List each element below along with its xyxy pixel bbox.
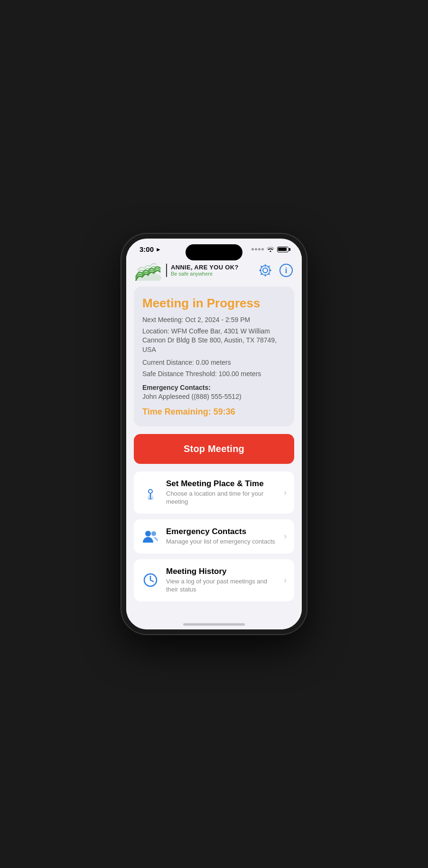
chevron-right-icon-3: › [284,575,287,585]
svg-point-8 [151,531,156,536]
home-indicator [183,623,245,626]
time-display: 3:00 [140,245,154,253]
main-content: Meeting in Progress Next Meeting: Oct 2,… [126,286,302,615]
emergency-contacts-text: Emergency Contacts Manage your list of e… [166,527,277,546]
emergency-contacts-menu-item[interactable]: Emergency Contacts Manage your list of e… [134,519,294,554]
svg-point-5 [149,489,152,493]
status-right [251,245,288,253]
pin-icon [141,484,159,502]
current-distance: Current Distance: 0.00 meters [142,358,286,368]
dynamic-island [186,244,242,260]
meeting-status-card: Meeting in Progress Next Meeting: Oct 2,… [134,286,294,426]
logo-area: ANNIE, ARE YOU OK? Be safe anywhere [134,260,239,281]
svg-point-6 [148,498,153,500]
signal-icon [251,248,264,250]
set-meeting-menu-item[interactable]: Set Meeting Place & Time Choose a locati… [134,471,294,514]
location-info: Location: WFM Coffee Bar, 4301 W William… [142,327,286,355]
location-arrow-icon: ► [156,246,161,253]
app-header: ANNIE, ARE YOU OK? Be safe anywhere [126,256,302,286]
emergency-contact-entry: John Appleseed ((888) 555-5512) [142,392,286,402]
wifi-icon [267,245,274,253]
logo-text: ANNIE, ARE YOU OK? Be safe anywhere [166,264,239,277]
settings-icon[interactable] [257,262,273,278]
set-meeting-subtitle: Choose a location and time for your meet… [166,490,277,506]
stop-meeting-button[interactable]: Stop Meeting [134,434,294,464]
safe-distance-threshold: Safe Distance Threshold: 100.00 meters [142,369,286,379]
status-left: 3:00 ► [140,245,161,253]
emergency-contacts-heading: Emergency Contacts: [142,384,286,391]
emergency-contacts-subtitle: Manage your list of emergency contacts [166,538,277,546]
meeting-history-subtitle: View a log of your past meetings and the… [166,578,277,594]
info-icon[interactable]: i [278,262,294,278]
svg-point-2 [261,266,270,275]
svg-point-1 [263,268,268,273]
chevron-right-icon-2: › [284,531,287,541]
app-logo [134,260,162,281]
clock-icon [141,571,159,589]
svg-point-7 [145,531,151,536]
battery-icon [277,247,288,252]
phone-frame: 3:00 ► [121,234,307,634]
logo-tagline: Be safe anywhere [171,271,239,277]
set-meeting-title: Set Meeting Place & Time [166,479,277,489]
set-meeting-text: Set Meeting Place & Time Choose a locati… [166,479,277,506]
svg-text:i: i [285,267,287,275]
screen: ANNIE, ARE YOU OK? Be safe anywhere [126,256,302,634]
header-icons: i [257,262,294,278]
emergency-contacts-title: Emergency Contacts [166,527,277,536]
chevron-right-icon: › [284,488,287,498]
time-remaining: Time Remaining: 59:36 [142,407,286,417]
logo-app-name: ANNIE, ARE YOU OK? [171,264,239,271]
meeting-history-text: Meeting History View a log of your past … [166,567,277,594]
meeting-status-title: Meeting in Progress [142,296,286,311]
meeting-history-title: Meeting History [166,567,277,576]
next-meeting-info: Next Meeting: Oct 2, 2024 - 2:59 PM [142,315,286,325]
meeting-history-menu-item[interactable]: Meeting History View a log of your past … [134,559,294,601]
people-icon [141,527,159,545]
